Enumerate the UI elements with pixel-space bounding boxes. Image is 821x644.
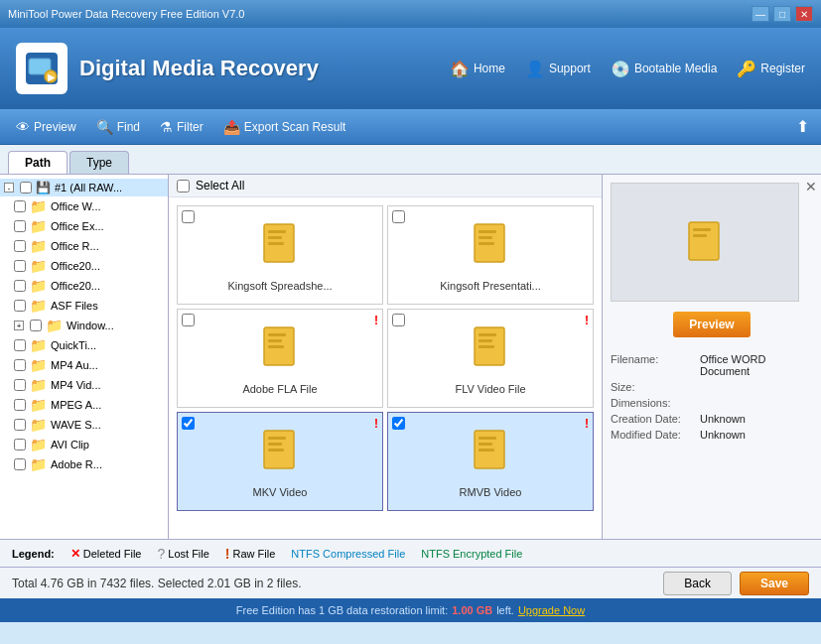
tree-checkbox[interactable] (14, 339, 26, 351)
tree-item-label: Office Ex... (51, 220, 104, 232)
svg-rect-23 (268, 449, 284, 451)
tree-item-windows[interactable]: + 📁 Window... (0, 316, 168, 335)
tree-item-mp4vid[interactable]: 📁 MP4 Vid... (0, 375, 168, 395)
maximize-button[interactable]: □ (773, 6, 791, 22)
tree-item-office-ex[interactable]: 📁 Office Ex... (0, 216, 168, 236)
find-button[interactable]: 🔍 Find (88, 115, 148, 139)
minimize-button[interactable]: — (752, 6, 769, 22)
select-all-label: Select All (196, 179, 244, 193)
close-button[interactable]: ✕ (795, 6, 813, 22)
svg-rect-30 (693, 234, 707, 237)
tree-checkbox[interactable] (14, 458, 26, 470)
upgrade-link[interactable]: Upgrade Now (518, 604, 585, 616)
tree-item-label: Office20... (51, 260, 100, 272)
close-preview-button[interactable]: ✕ (805, 179, 817, 194)
file-type-icon (258, 222, 302, 276)
svg-text:▶: ▶ (48, 72, 56, 82)
tree-item-label: MP4 Vid... (51, 379, 101, 391)
tree-item-office-r[interactable]: 📁 Office R... (0, 236, 168, 256)
app-title: Digital Media Recovery (79, 56, 319, 81)
ntfs-comp-icon: NTFS Compressed File (291, 548, 405, 560)
toolbar-action-button[interactable]: ⬆ (792, 113, 813, 140)
tree-checkbox[interactable] (30, 320, 42, 331)
select-all-checkbox[interactable] (177, 180, 190, 193)
back-button[interactable]: Back (663, 572, 732, 595)
preview-icon: 👁 (16, 119, 30, 135)
tree-item-quickti[interactable]: 📁 QuickTi... (0, 335, 168, 355)
svg-rect-11 (479, 242, 494, 245)
export-button[interactable]: 📤 Export Scan Result (215, 115, 354, 139)
file-checkbox[interactable] (392, 210, 405, 223)
tree-checkbox[interactable] (14, 439, 26, 451)
ntfs-enc-icon: NTFS Encrypted File (421, 548, 522, 560)
support-icon: 👤 (525, 60, 545, 78)
file-type-icon (469, 325, 512, 379)
tree-item-office20-2[interactable]: 📁 Office20... (0, 276, 168, 296)
file-item-kingsoft-spread[interactable]: Kingsoft Spreadshe... (177, 205, 383, 305)
file-item-rmvb-video[interactable]: ! RMVB Video (387, 412, 594, 511)
tree-item-label: Office R... (51, 240, 99, 252)
file-item-flv-video[interactable]: ! FLV Video File (387, 309, 594, 408)
tab-type[interactable]: Type (69, 151, 129, 174)
status-bar: Total 4.76 GB in 7432 files. Selected 2.… (0, 567, 821, 598)
legend-ntfs-comp: NTFS Compressed File (291, 548, 405, 560)
gb-highlight: 1.00 GB (452, 604, 492, 616)
expand-icon[interactable]: - (4, 183, 14, 193)
file-checkbox[interactable] (182, 210, 195, 223)
tree-item-mpeg-a[interactable]: 📁 MPEG A... (0, 395, 168, 415)
tree-checkbox[interactable] (14, 399, 26, 411)
expand-icon[interactable]: + (14, 321, 24, 330)
svg-rect-25 (479, 437, 496, 440)
file-item-adobe-fla[interactable]: ! Adobe FLA File (177, 309, 383, 408)
tree-checkbox[interactable] (20, 182, 32, 193)
tree-item-avi[interactable]: 📁 AVI Clip (0, 435, 168, 454)
svg-rect-13 (268, 333, 286, 336)
file-checkbox[interactable] (392, 314, 405, 326)
tree-item-wave-s[interactable]: 📁 WAVE S... (0, 415, 168, 435)
register-link[interactable]: 🔑 Register (737, 60, 805, 78)
tree-checkbox[interactable] (14, 280, 26, 292)
file-checkbox[interactable] (392, 417, 405, 430)
file-checkbox[interactable] (182, 314, 195, 326)
file-item-kingsoft-present[interactable]: Kingsoft Presentati... (387, 205, 594, 305)
preview-action-button[interactable]: Preview (673, 312, 750, 337)
tree-checkbox[interactable] (14, 419, 26, 431)
tree-checkbox[interactable] (14, 359, 26, 371)
tree-checkbox[interactable] (14, 260, 26, 272)
folder-icon: 📁 (30, 437, 47, 452)
svg-rect-26 (479, 443, 492, 446)
preview-button[interactable]: 👁 Preview (8, 115, 84, 139)
tree-item-adobe-r[interactable]: 📁 Adobe R... (0, 454, 168, 474)
filter-button[interactable]: ⚗ Filter (152, 115, 211, 139)
creation-label: Creation Date: (611, 413, 700, 425)
tree-item-asf[interactable]: 📁 ASF Files (0, 296, 168, 316)
tree-checkbox[interactable] (14, 240, 26, 252)
bottom-bar: Free Edition has 1 GB data restoration l… (0, 598, 821, 622)
home-icon: 🏠 (450, 60, 470, 78)
tree-checkbox[interactable] (14, 379, 26, 391)
file-item-mkv-video[interactable]: ! MKV Video (177, 412, 383, 511)
file-grid: Kingsoft Spreadshe... Kingsoft Presentat… (169, 197, 602, 539)
tree-checkbox[interactable] (14, 200, 26, 212)
home-link[interactable]: 🏠 Home (450, 60, 505, 78)
support-link[interactable]: 👤 Support (525, 60, 591, 78)
file-tree: - 💾 #1 (All RAW... 📁 Office W... 📁 Offic… (0, 175, 169, 539)
tree-item-office20-1[interactable]: 📁 Office20... (0, 256, 168, 276)
tree-item-mp4au[interactable]: 📁 MP4 Au... (0, 355, 168, 375)
creation-value: Unknown (700, 413, 746, 425)
creation-row: Creation Date: Unknown (611, 413, 813, 425)
size-label: Size: (611, 381, 700, 393)
find-icon: 🔍 (96, 119, 113, 135)
tree-item-office-w[interactable]: 📁 Office W... (0, 196, 168, 216)
filename-row: Filename: Office WORD Document (611, 353, 813, 377)
tree-item-all-raw[interactable]: - 💾 #1 (All RAW... (0, 179, 168, 196)
file-checkbox[interactable] (182, 417, 195, 430)
tab-path[interactable]: Path (8, 151, 68, 174)
tree-item-label: WAVE S... (51, 419, 101, 431)
dimensions-row: Dimensions: (611, 397, 813, 409)
save-button[interactable]: Save (740, 572, 809, 595)
bootable-link[interactable]: 💿 Bootable Media (611, 60, 717, 78)
tree-checkbox[interactable] (14, 300, 26, 312)
tree-checkbox[interactable] (14, 220, 26, 232)
tree-item-label: MP4 Au... (51, 359, 98, 371)
